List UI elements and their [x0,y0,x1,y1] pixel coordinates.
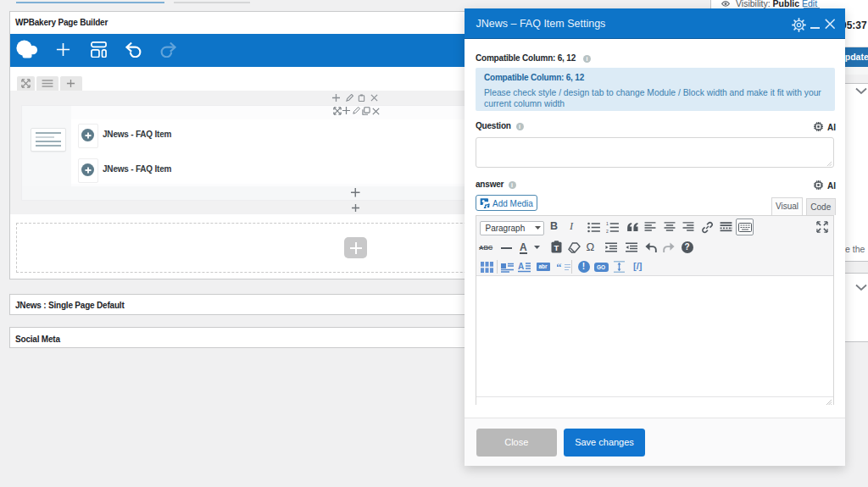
svg-text:2: 2 [606,228,609,232]
svg-text:“: “ [557,263,562,273]
svg-text:1: 1 [606,222,609,226]
svg-text:A: A [518,262,524,271]
svg-text:T: T [554,243,559,252]
